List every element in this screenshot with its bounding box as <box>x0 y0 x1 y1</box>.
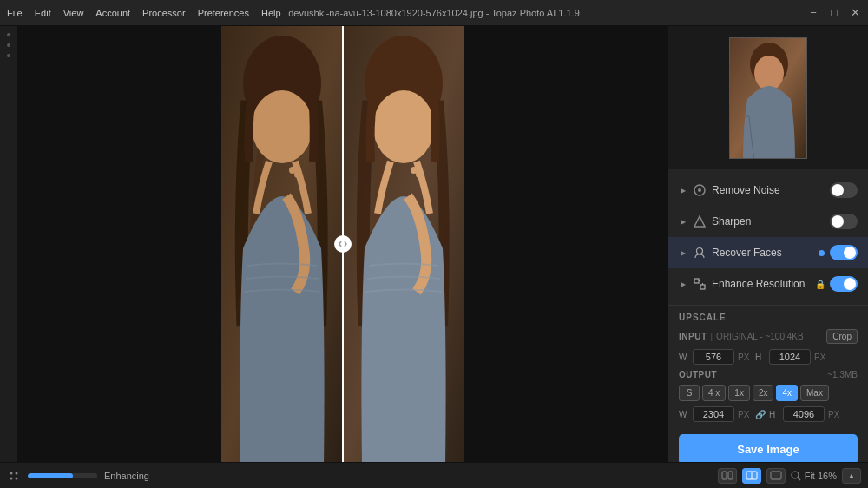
menu-file[interactable]: File <box>7 8 23 18</box>
input-height[interactable] <box>769 349 811 365</box>
svg-point-14 <box>754 56 784 90</box>
svg-point-30 <box>792 472 799 478</box>
bottom-controls[interactable]: Fit 16% ▲ <box>718 468 861 484</box>
scale-buttons[interactable]: S 4 x 1x 2x 4x Max <box>679 385 858 401</box>
status-text: Enhancing <box>104 471 149 481</box>
enhance-resolution-label: Enhance Resolution <box>712 278 811 290</box>
original-info: ORIGINAL - ~100.4KB <box>716 332 823 341</box>
enhance-resolution-expand[interactable]: ▶ <box>679 280 687 288</box>
svg-rect-29 <box>771 472 781 479</box>
input-dimensions-row: W PX H PX <box>679 349 858 365</box>
zoom-level: Fit 16% <box>805 471 837 481</box>
recover-faces-row[interactable]: ▶ Recover Faces <box>668 237 868 268</box>
svg-point-9 <box>373 90 434 163</box>
menu-edit[interactable]: Edit <box>35 8 51 18</box>
scale-btn-1x[interactable]: 1x <box>728 385 750 401</box>
before-image <box>221 26 343 462</box>
remove-noise-label: Remove Noise <box>712 184 825 196</box>
svg-point-11 <box>411 167 418 174</box>
menu-processor[interactable]: Processor <box>142 8 186 18</box>
link-icon: 🔗 <box>755 410 766 419</box>
zoom-info: Fit 16% <box>791 471 837 481</box>
menu-view[interactable]: View <box>63 8 84 18</box>
svg-rect-19 <box>694 279 699 283</box>
input-row: INPUT | ORIGINAL - ~100.4KB Crop <box>679 329 858 344</box>
menu-help[interactable]: Help <box>261 8 281 18</box>
title-bar: File Edit View Account Processor Prefere… <box>0 0 868 26</box>
recover-faces-expand[interactable]: ▶ <box>679 248 687 257</box>
controls-section: ▶ Remove Noise ▶ <box>668 169 868 305</box>
upscale-title: UPSCALE <box>679 313 858 322</box>
svg-marker-17 <box>694 216 705 227</box>
svg-rect-25 <box>722 472 727 479</box>
menu-bar[interactable]: File Edit View Account Processor Prefere… <box>7 8 281 18</box>
right-panel: ▶ Remove Noise ▶ <box>668 26 868 462</box>
output-row: OUTPUT ~1.3MB <box>679 370 858 379</box>
out-width-unit: PX <box>738 410 752 419</box>
sidebar-dot <box>7 54 10 57</box>
main-content: ▶ Remove Noise ▶ <box>0 26 868 462</box>
scale-btn-max[interactable]: Max <box>800 385 829 401</box>
height-unit: PX <box>814 353 828 362</box>
maximize-button[interactable]: □ <box>828 7 840 19</box>
enhance-resolution-toggle[interactable] <box>830 276 858 292</box>
remove-noise-row[interactable]: ▶ Remove Noise <box>668 175 868 206</box>
progress-bar <box>28 473 97 478</box>
enhance-resolution-row[interactable]: ▶ Enhance Resolution 🔒 <box>668 268 868 300</box>
progress-bar-fill <box>28 473 73 478</box>
canvas-area[interactable] <box>17 26 668 462</box>
menu-icon[interactable] <box>7 469 21 483</box>
output-dimensions-row: W PX 🔗 H PX <box>679 406 858 422</box>
image-viewport <box>221 26 464 462</box>
sharpen-icon <box>693 214 707 228</box>
recover-faces-icon <box>693 246 707 260</box>
svg-point-21 <box>10 472 13 474</box>
sidebar-dot <box>7 33 10 36</box>
height-label: H <box>755 353 766 362</box>
sharpen-expand[interactable]: ▶ <box>679 217 687 226</box>
input-label: INPUT <box>679 332 707 341</box>
divider-handle[interactable] <box>334 235 352 253</box>
scale-btn-4[interactable]: 4 x <box>702 385 726 401</box>
view-split-button[interactable] <box>718 468 737 484</box>
close-button[interactable]: ✕ <box>849 7 861 19</box>
scale-btn-s[interactable]: S <box>679 385 700 401</box>
menu-preferences[interactable]: Preferences <box>198 8 249 18</box>
zoom-options-button[interactable]: ▲ <box>842 468 861 484</box>
width-unit: PX <box>738 353 752 362</box>
recover-faces-dot <box>819 250 825 256</box>
recover-faces-label: Recover Faces <box>712 247 813 259</box>
out-width-label: W <box>679 410 689 419</box>
window-controls[interactable]: − □ ✕ <box>807 7 861 19</box>
sharpen-row[interactable]: ▶ Sharpen <box>668 206 868 237</box>
svg-rect-20 <box>700 285 705 289</box>
sidebar-dot <box>7 43 10 47</box>
split-divider[interactable] <box>342 26 344 462</box>
remove-noise-expand[interactable]: ▶ <box>679 186 687 195</box>
minimize-button[interactable]: − <box>807 7 819 19</box>
input-width[interactable] <box>693 349 734 365</box>
recover-faces-toggle[interactable] <box>830 245 858 260</box>
scale-btn-2x[interactable]: 2x <box>753 385 774 401</box>
save-image-button[interactable]: Save Image <box>679 434 858 462</box>
view-compare-button[interactable] <box>742 468 761 484</box>
enhance-resolution-icon <box>693 277 707 291</box>
svg-point-5 <box>289 167 296 174</box>
svg-point-16 <box>698 188 701 192</box>
output-width[interactable] <box>693 406 734 422</box>
upscale-section: UPSCALE INPUT | ORIGINAL - ~100.4KB Crop… <box>668 305 868 462</box>
output-height[interactable] <box>783 406 825 422</box>
out-height-unit: PX <box>828 410 842 419</box>
window-title: devushki-na-avu-13-1080x1920-576x1024.jp… <box>288 8 580 18</box>
crop-button[interactable]: Crop <box>826 329 858 344</box>
view-original-button[interactable] <box>766 468 786 484</box>
sharpen-toggle[interactable] <box>830 214 858 229</box>
scale-btn-4x[interactable]: 4x <box>776 385 798 401</box>
input-separator: | <box>711 332 713 341</box>
menu-account[interactable]: Account <box>95 8 130 18</box>
remove-noise-toggle[interactable] <box>830 182 858 198</box>
sharpen-label: Sharpen <box>712 215 825 228</box>
width-label: W <box>679 353 689 362</box>
lock-icon: 🔒 <box>816 280 825 288</box>
svg-point-3 <box>252 90 312 163</box>
